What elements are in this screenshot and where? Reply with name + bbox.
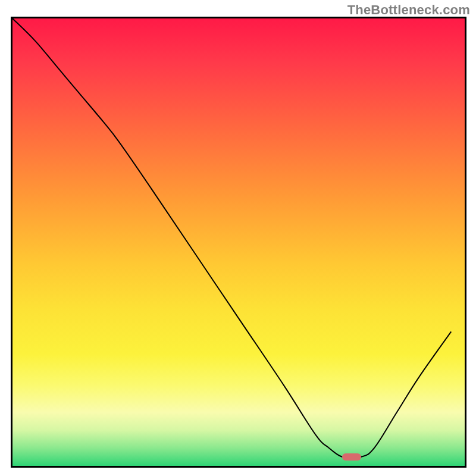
chart-container: TheBottleneck.com xyxy=(0,0,476,476)
optimal-point-marker xyxy=(342,453,361,461)
gradient-background xyxy=(12,18,465,466)
plot-frame xyxy=(11,17,466,468)
watermark-text: TheBottleneck.com xyxy=(347,2,470,18)
